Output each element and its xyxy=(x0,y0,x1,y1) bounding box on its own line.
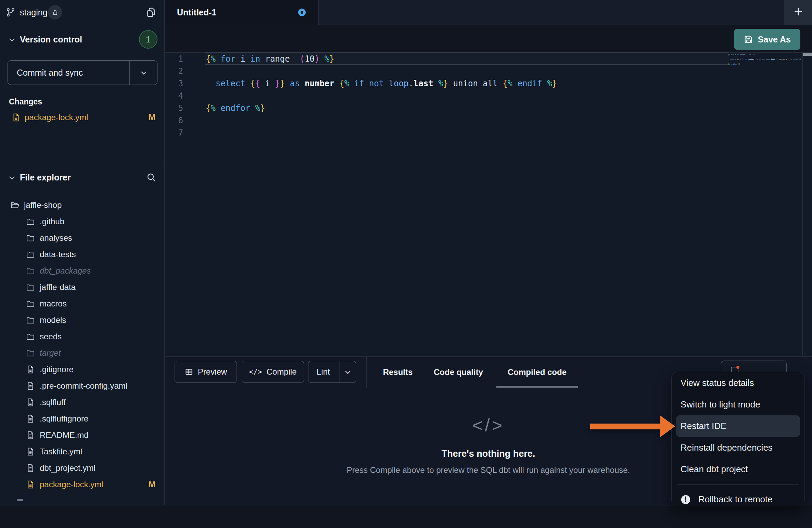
tree-item-jaffle-data[interactable]: jaffle-data xyxy=(0,279,164,296)
code-icon: </> xyxy=(249,368,262,376)
menu-item-label: Reinstall dependencies xyxy=(681,442,773,453)
commit-and-sync-label: Commit and sync xyxy=(8,68,83,78)
code-line-5[interactable]: 5{% endfor %} xyxy=(165,102,812,114)
menu-item-clean-dbt-project[interactable]: Clean dbt project xyxy=(672,458,804,480)
code-line-2[interactable]: 2 xyxy=(165,65,812,77)
menu-item-label: Clean dbt project xyxy=(681,464,748,475)
tree-item-target[interactable]: target xyxy=(0,345,164,361)
branch-name[interactable]: staging xyxy=(20,8,48,17)
menu-item-reinstall-dependencies[interactable]: Reinstall dependencies xyxy=(672,437,804,458)
menu-item-restart-ide[interactable]: Restart IDE xyxy=(676,415,800,437)
tree-item-label: data-tests xyxy=(40,250,76,259)
changed-file-row[interactable]: package-lock.yml M xyxy=(0,110,164,125)
command-bar xyxy=(0,505,812,528)
lint-label: Lint xyxy=(317,367,330,377)
preview-button[interactable]: Preview xyxy=(175,361,237,383)
tree-item-label: .github xyxy=(40,217,64,226)
tree-item-pre-commit-config-yaml[interactable]: .pre-commit-config.yaml xyxy=(0,378,164,394)
code-line-6[interactable]: 6 xyxy=(165,114,812,127)
copy-icon[interactable] xyxy=(146,7,157,18)
minimap-line: select {{ i }} as number {% if not loop.… xyxy=(728,58,801,61)
tab-code-quality[interactable]: Code quality xyxy=(429,356,487,388)
save-as-button[interactable]: Save As xyxy=(734,29,800,50)
tree-item-gitignore[interactable]: .gitignore xyxy=(0,361,164,378)
tree-item-package-lock-yml[interactable]: package-lock.ymlM xyxy=(0,476,164,493)
tree-item-models[interactable]: models xyxy=(0,312,164,328)
file-explorer-title[interactable]: File explorer xyxy=(20,173,71,183)
code-editor[interactable]: 1{% for i in range (10) %}23 select {{ i… xyxy=(165,52,812,356)
chevron-down-icon[interactable] xyxy=(8,36,16,43)
code-line-3[interactable]: 3 select {{ i }} as number {% if not loo… xyxy=(165,77,812,90)
tree-item-analyses[interactable]: analyses xyxy=(0,230,164,246)
new-tab-button[interactable]: + xyxy=(784,0,812,25)
file-icon xyxy=(26,431,35,440)
code-line-4[interactable]: 4 xyxy=(165,90,812,102)
tree-item-data-tests[interactable]: data-tests xyxy=(0,246,164,263)
clipped-tree-row xyxy=(17,499,23,501)
modified-status-badge: M xyxy=(149,113,155,122)
tree-item-label: seeds xyxy=(40,332,62,341)
tree-item-taskfile-yml[interactable]: Taskfile.yml xyxy=(0,443,164,460)
tree-item-sqlfluff[interactable]: .sqlfluff xyxy=(0,394,164,411)
menu-item-rollback-to-remote[interactable]: Rollback to remote xyxy=(672,489,804,505)
tree-item-sqlfluffignore[interactable]: .sqlfluffignore xyxy=(0,411,164,427)
save-as-label: Save As xyxy=(758,35,791,45)
folder-icon xyxy=(26,234,35,242)
sidebar: staging Version control 1 Commit and syn… xyxy=(0,0,165,505)
status-alert-dot-icon xyxy=(736,366,739,369)
minimap-line: {% for i in range (10) %} xyxy=(728,53,801,56)
menu-item-switch-to-light-mode[interactable]: Switch to light mode xyxy=(672,394,804,415)
tree-item-readme-md[interactable]: README.md xyxy=(0,427,164,443)
tree-item-seeds[interactable]: seeds xyxy=(0,328,164,345)
tree-item-github[interactable]: .github xyxy=(0,213,164,230)
dbt-cloud-ide: staging Version control 1 Commit and syn… xyxy=(0,0,812,528)
tab-untitled-1[interactable]: Untitled-1 xyxy=(165,0,319,25)
git-branch-icon xyxy=(5,7,16,17)
folder-icon xyxy=(26,266,35,275)
compile-button[interactable]: </> Compile xyxy=(242,361,304,383)
search-icon[interactable] xyxy=(146,172,157,183)
file-tree: jaffle-shop.githubanalysesdata-testsdbt_… xyxy=(0,197,164,493)
save-icon xyxy=(744,35,753,44)
button-divider xyxy=(129,61,130,85)
folder-icon xyxy=(26,299,35,308)
chevron-down-icon[interactable] xyxy=(8,174,16,181)
tree-item-dbt-project-yml[interactable]: dbt_project.yml xyxy=(0,460,164,476)
modified-status-badge: M xyxy=(149,480,155,489)
file-icon xyxy=(26,381,35,390)
tab-compiled-code[interactable]: Compiled code xyxy=(496,356,578,388)
file-icon xyxy=(26,414,35,423)
code-line-7[interactable]: 7 xyxy=(165,127,812,139)
minimap-line xyxy=(728,65,801,68)
menu-item-view-status-details[interactable]: View status details xyxy=(672,372,804,394)
folder-icon xyxy=(26,349,35,357)
ide-options-menu: View status detailsSwitch to light modeR… xyxy=(671,372,805,505)
menu-item-label: Rollback to remote xyxy=(698,494,773,505)
version-control-title[interactable]: Version control xyxy=(20,35,82,45)
tree-item-label: dbt_project.yml xyxy=(40,463,96,473)
line-number: 4 xyxy=(165,90,193,102)
tree-item-label: Taskfile.yml xyxy=(40,447,82,456)
file-icon xyxy=(12,113,21,122)
tree-item-label: macros xyxy=(40,299,67,309)
commit-and-sync-button[interactable]: Commit and sync xyxy=(8,60,157,85)
chevron-down-icon[interactable] xyxy=(140,69,148,77)
tree-item-label: .pre-commit-config.yaml xyxy=(40,381,127,391)
button-divider xyxy=(340,361,340,382)
file-icon xyxy=(26,398,35,407)
folder-icon xyxy=(26,217,35,226)
line-number: 6 xyxy=(165,114,193,127)
alert-icon xyxy=(681,494,691,505)
tab-results[interactable]: Results xyxy=(380,356,416,388)
tab-title: Untitled-1 xyxy=(177,8,216,17)
folder-icon xyxy=(26,283,35,292)
tree-item-jaffle-shop[interactable]: jaffle-shop xyxy=(0,197,164,213)
scrollbar-thumb[interactable] xyxy=(803,53,812,56)
chevron-down-icon[interactable] xyxy=(344,368,352,376)
line-number: 3 xyxy=(165,77,193,90)
tree-item-dbt-packages[interactable]: dbt_packages xyxy=(0,263,164,279)
folder-icon xyxy=(26,316,35,325)
tree-item-macros[interactable]: macros xyxy=(0,296,164,312)
minimap[interactable]: {% for i in range (10) %} select {{ i }}… xyxy=(728,53,801,70)
lint-button[interactable]: Lint xyxy=(308,361,356,383)
